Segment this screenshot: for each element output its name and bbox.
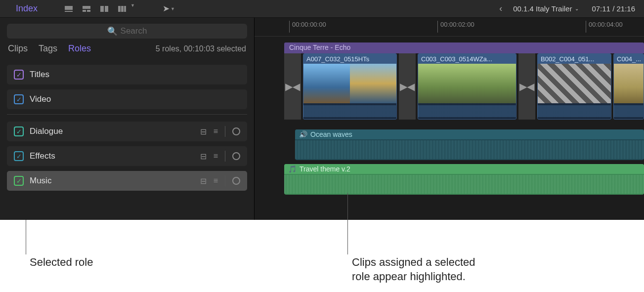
tracks-area: Cinque Terre - Echo ▶◀ A007_C032_0515HTs… xyxy=(284,37,644,234)
role-item-music[interactable]: ✓ Music ⊟ ≡ xyxy=(7,171,247,191)
nav-back-button[interactable]: ‹ xyxy=(491,3,510,14)
video-clip[interactable]: C004_... xyxy=(613,53,644,120)
clip-label: C004_... xyxy=(614,54,644,64)
svg-rect-7 xyxy=(118,6,121,12)
audio-icon: 🎵 xyxy=(288,165,297,173)
chevron-down-icon[interactable]: ▼ xyxy=(130,3,135,15)
time-ruler[interactable]: 00:00:00:00 00:00:02:00 00:00:04:00 xyxy=(255,18,644,37)
transition-icon[interactable]: ▶◀ xyxy=(284,53,301,120)
timeline[interactable]: 00:00:00:00 00:00:02:00 00:00:04:00 Cinq… xyxy=(255,18,644,246)
svg-rect-5 xyxy=(100,6,104,12)
clip-label: B002_C004_051... xyxy=(538,54,611,64)
audio-waveform xyxy=(614,103,644,119)
roles-summary: 5 roles, 00:10:03 selected xyxy=(156,44,246,53)
role-label: Music xyxy=(30,176,194,186)
divider xyxy=(7,114,247,115)
project-title-label: 00.1.4 Italy Trailer xyxy=(513,4,572,13)
checkbox-icon[interactable]: ✓ xyxy=(14,70,24,80)
role-item-titles[interactable]: ✓ Titles xyxy=(7,65,247,84)
audio-waveform xyxy=(284,174,644,195)
checkbox-icon[interactable]: ✓ xyxy=(14,126,24,136)
focus-icon[interactable] xyxy=(232,177,240,185)
svg-rect-0 xyxy=(65,6,73,10)
audio-waveform xyxy=(418,103,516,119)
audio-icon: 🔊 xyxy=(299,130,307,138)
index-tabs: Clips Tags Roles 5 roles, 00:10:03 selec… xyxy=(0,43,254,61)
list-icon[interactable]: ≡ xyxy=(214,176,218,185)
layout-tool-4-icon[interactable] xyxy=(116,3,129,15)
audio-waveform xyxy=(538,103,611,119)
list-icon[interactable]: ≡ xyxy=(214,127,218,136)
callout-text: Selected role xyxy=(30,255,93,270)
primary-storyline: ▶◀ A007_C032_0515HTs ▶◀ C003_C003_0514WZ… xyxy=(284,53,644,120)
svg-rect-2 xyxy=(83,6,90,9)
focus-icon[interactable] xyxy=(232,127,240,135)
layout-tools: ▼ xyxy=(62,3,135,15)
role-label: Dialogue xyxy=(30,126,194,136)
main-area: 🔍 Search Clips Tags Roles 5 roles, 00:10… xyxy=(0,18,644,246)
layout-tool-3-icon[interactable] xyxy=(98,3,111,15)
collapse-icon[interactable]: ⊟ xyxy=(200,127,207,136)
tab-roles[interactable]: Roles xyxy=(68,43,91,54)
layout-tool-2-icon[interactable] xyxy=(80,3,93,15)
storyline-title[interactable]: Cinque Terre - Echo xyxy=(284,42,644,53)
arrow-tool[interactable]: ➤ ▼ xyxy=(163,3,175,14)
transition-icon[interactable]: ▶◀ xyxy=(399,53,416,120)
ruler-tick: 00:00:02:00 xyxy=(440,21,474,28)
video-clip[interactable]: C003_C003_0514WZa... xyxy=(418,53,516,120)
role-label: Effects xyxy=(30,151,194,161)
tab-clips[interactable]: Clips xyxy=(8,43,28,54)
svg-rect-6 xyxy=(105,6,108,12)
project-title-dropdown[interactable]: 00.1.4 Italy Trailer ⌄ xyxy=(513,4,579,13)
timecode-display: 07:11 / 21:16 xyxy=(582,4,640,13)
video-clip[interactable]: A007_C032_0515HTs xyxy=(303,53,397,120)
search-placeholder: Search xyxy=(121,26,147,36)
checkbox-icon[interactable]: ✓ xyxy=(14,176,24,186)
index-button[interactable]: Index xyxy=(4,3,54,14)
role-label: Titles xyxy=(30,70,240,80)
role-item-video[interactable]: ✓ Video xyxy=(7,89,247,109)
collapse-icon[interactable]: ⊟ xyxy=(200,176,207,186)
search-icon: 🔍 xyxy=(107,26,118,37)
roles-list: ✓ Titles ✓ Video ✓ Dialogue ⊟ ≡ xyxy=(0,61,254,200)
clip-label: Travel theme v.2 xyxy=(300,165,350,173)
collapse-icon[interactable]: ⊟ xyxy=(200,152,207,161)
pointer-icon: ➤ xyxy=(163,3,170,14)
tab-tags[interactable]: Tags xyxy=(39,43,57,54)
chevron-down-icon: ⌄ xyxy=(575,6,579,11)
svg-rect-4 xyxy=(87,10,90,12)
role-item-effects[interactable]: ✓ Effects ⊟ ≡ xyxy=(7,146,247,166)
svg-rect-9 xyxy=(124,6,126,12)
audio-clip-music[interactable]: 🎵Travel theme v.2 xyxy=(284,164,644,195)
audio-waveform xyxy=(303,103,396,119)
svg-rect-8 xyxy=(121,6,124,12)
clip-label: C003_C003_0514WZa... xyxy=(418,54,516,64)
svg-rect-3 xyxy=(83,10,86,12)
clip-label: Ocean waves xyxy=(310,130,352,138)
callout-text: Clips assigned a selectedrole appear hig… xyxy=(352,255,475,284)
index-sidebar: 🔍 Search Clips Tags Roles 5 roles, 00:10… xyxy=(0,18,255,246)
transition-icon[interactable]: ▶◀ xyxy=(518,53,535,120)
clip-label: A007_C032_0515HTs xyxy=(303,54,396,64)
ruler-tick: 00:00:00:00 xyxy=(292,21,326,28)
role-item-dialogue[interactable]: ✓ Dialogue ⊟ ≡ xyxy=(7,122,247,141)
focus-icon[interactable] xyxy=(232,152,240,160)
checkbox-icon[interactable]: ✓ xyxy=(14,151,24,161)
app-window: Index ▼ ➤ ▼ ‹ 00.1.4 Italy Trailer ⌄ 07:… xyxy=(0,0,644,246)
top-toolbar: Index ▼ ➤ ▼ ‹ 00.1.4 Italy Trailer ⌄ 07:… xyxy=(0,0,644,18)
search-input[interactable]: 🔍 Search xyxy=(7,24,247,39)
chevron-down-icon: ▼ xyxy=(171,6,175,11)
ruler-tick: 00:00:04:00 xyxy=(589,21,623,28)
checkbox-icon[interactable]: ✓ xyxy=(14,94,24,104)
audio-clip-ocean[interactable]: 🔊Ocean waves xyxy=(295,129,644,160)
video-clip[interactable]: B002_C004_051... xyxy=(537,53,611,120)
role-label: Video xyxy=(30,94,240,104)
audio-waveform xyxy=(295,139,644,160)
layout-tool-1-icon[interactable] xyxy=(62,3,75,15)
list-icon[interactable]: ≡ xyxy=(214,152,218,161)
svg-rect-1 xyxy=(65,11,73,12)
